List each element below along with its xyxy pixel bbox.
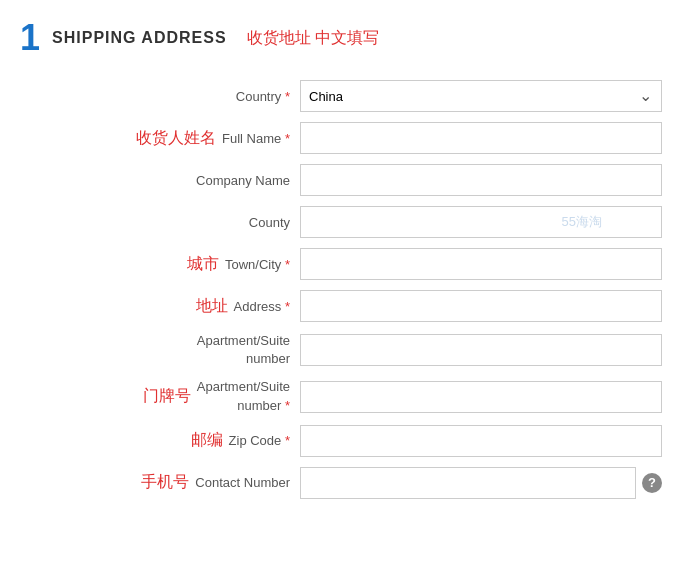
address-chinese: 地址 [196, 296, 228, 317]
full-name-row: 收货人姓名 Full Name * [20, 122, 662, 154]
contact-label: Contact Number [195, 475, 290, 490]
full-name-input-area [300, 122, 662, 154]
shipping-form: Country * China United States Japan Kore… [20, 80, 662, 499]
town-city-input[interactable] [300, 248, 662, 280]
apt-suite-input[interactable] [300, 334, 662, 366]
apt-suite2-input[interactable] [300, 381, 662, 413]
section-subtitle: 收货地址 中文填写 [247, 28, 379, 49]
company-row: Company Name [20, 164, 662, 196]
town-city-required: * [285, 257, 290, 272]
town-city-label: Town/City * [225, 257, 290, 272]
apt-suite2-required: * [285, 398, 290, 413]
apt-suite2-label-area: 门牌号 Apartment/Suite number * [20, 378, 300, 414]
country-label: Country * [236, 89, 290, 104]
zip-label: Zip Code * [229, 433, 290, 448]
full-name-chinese: 收货人姓名 [136, 128, 216, 149]
zip-chinese: 邮编 [191, 430, 223, 451]
country-input-area: China United States Japan Korea Other [300, 80, 662, 112]
country-row: Country * China United States Japan Kore… [20, 80, 662, 112]
company-input-area [300, 164, 662, 196]
town-city-row: 城市 Town/City * [20, 248, 662, 280]
help-icon[interactable]: ? [642, 473, 662, 493]
contact-chinese: 手机号 [141, 472, 189, 493]
full-name-required: * [285, 131, 290, 146]
contact-input[interactable] [300, 467, 636, 499]
zip-input-area [300, 425, 662, 457]
full-name-input[interactable] [300, 122, 662, 154]
country-required: * [285, 89, 290, 104]
contact-label-area: 手机号 Contact Number [20, 472, 300, 493]
page-header: 1 SHIPPING ADDRESS 收货地址 中文填写 [20, 20, 662, 56]
zip-input[interactable] [300, 425, 662, 457]
full-name-label: Full Name * [222, 131, 290, 146]
company-input[interactable] [300, 164, 662, 196]
contact-row: 手机号 Contact Number ? [20, 467, 662, 499]
zip-row: 邮编 Zip Code * [20, 425, 662, 457]
company-label-area: Company Name [20, 173, 300, 188]
apt-suite2-label: Apartment/Suite number * [197, 378, 290, 414]
apt-suite2-row: 门牌号 Apartment/Suite number * [20, 378, 662, 414]
company-label: Company Name [196, 173, 290, 188]
address-row: 地址 Address * [20, 290, 662, 322]
country-label-area: Country * [20, 89, 300, 104]
address-label-area: 地址 Address * [20, 296, 300, 317]
contact-input-area: ? [300, 467, 662, 499]
address-label: Address * [234, 299, 290, 314]
apt-suite-label: Apartment/Suite number [197, 332, 290, 368]
town-city-chinese: 城市 [187, 254, 219, 275]
zip-label-area: 邮编 Zip Code * [20, 430, 300, 451]
address-input-area [300, 290, 662, 322]
town-city-label-area: 城市 Town/City * [20, 254, 300, 275]
country-select[interactable]: China United States Japan Korea Other [300, 80, 662, 112]
apt-suite2-chinese: 门牌号 [143, 386, 191, 407]
apt-suite-row: Apartment/Suite number [20, 332, 662, 368]
county-row: County 55海淘 [20, 206, 662, 238]
address-required: * [285, 299, 290, 314]
country-select-wrapper[interactable]: China United States Japan Korea Other [300, 80, 662, 112]
address-input[interactable] [300, 290, 662, 322]
zip-required: * [285, 433, 290, 448]
town-city-input-area [300, 248, 662, 280]
county-label: County [249, 215, 290, 230]
apt-suite2-input-area [300, 381, 662, 413]
step-number: 1 [20, 20, 40, 56]
full-name-label-area: 收货人姓名 Full Name * [20, 128, 300, 149]
county-input[interactable] [300, 206, 662, 238]
apt-suite-input-area [300, 334, 662, 366]
county-input-area: 55海淘 [300, 206, 662, 238]
section-title: SHIPPING ADDRESS [52, 29, 227, 47]
apt-suite-label-area: Apartment/Suite number [20, 332, 300, 368]
county-label-area: County [20, 215, 300, 230]
